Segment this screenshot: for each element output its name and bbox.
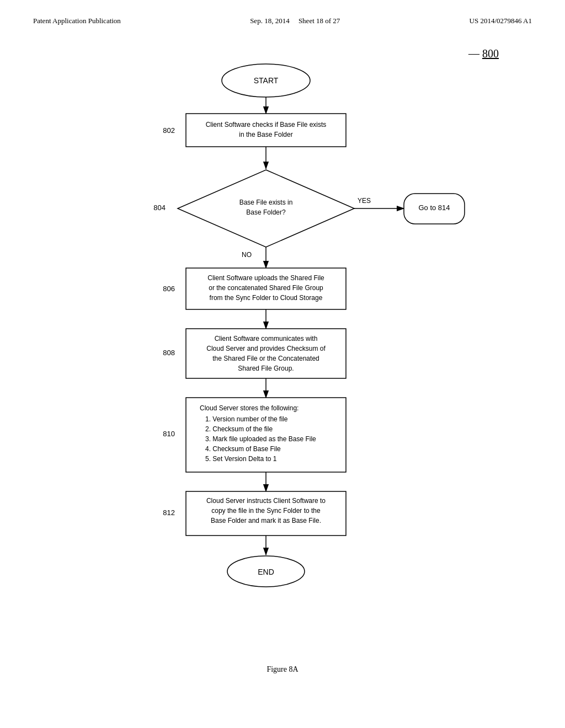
flowchart-svg: START Client Software checks if Base Fil… [84,47,481,643]
n806-line3: from the Sync Folder to Cloud Storage [210,294,323,302]
n808-line2: Cloud Server and provides Checksum of [206,345,326,352]
n802-line2: in the Base Folder [239,131,292,138]
n810-item5: 5. Set Version Delta to 1 [205,455,277,463]
label-812: 812 [163,508,175,517]
n810-title: Cloud Server stores the following: [200,404,299,412]
n802-line1: Client Software checks if Base File exis… [206,121,327,129]
label-802: 802 [163,126,175,135]
page-header: Patent Application Publication Sep. 18, … [33,17,532,25]
reference-number: — 800 [468,47,499,60]
header-left: Patent Application Publication [33,17,121,25]
diagram-area: — 800 START Client Software checks if Ba… [33,47,532,643]
n810-item2: 2. Checksum of the file [205,425,273,433]
page: Patent Application Publication Sep. 18, … [0,0,565,728]
n810-item1: 1. Version number of the file [205,415,288,423]
label-810: 810 [163,430,175,438]
header-right: US 2014/0279846 A1 [470,17,532,25]
n806-line1: Client Software uploads the Shared File [207,274,324,282]
start-label: START [254,76,279,85]
end-label: END [258,568,274,576]
n804-line1: Base File exists in [239,199,293,206]
no-label: NO [242,251,252,259]
n812-line3: Base Folder and mark it as Base File. [211,517,321,524]
header-center: Sep. 18, 2014 Sheet 18 of 27 [250,17,340,25]
n808-line1: Client Software communicates with [215,335,318,342]
yes-label: YES [358,197,371,205]
n810-item4: 4. Checksum of Base File [205,445,281,453]
label-804: 804 [153,204,166,212]
label-806: 806 [163,285,175,293]
goto814-text: Go to 814 [418,204,450,212]
svg-rect-2 [186,114,346,147]
n810-item3: 3. Mark file uploaded as the Base File [205,435,316,443]
n812-line1: Cloud Server instructs Client Software t… [206,497,326,505]
n808-line4: Shared File Group. [238,365,294,372]
n808-line3: the Shared File or the Concatenated [212,355,319,362]
n804-line2: Base Folder? [246,208,286,216]
figure-label: Figure 8A [33,665,532,674]
label-808: 808 [163,349,175,357]
n806-line2: or the concatenated Shared File Group [209,284,323,292]
n812-line2: copy the file in the Sync Folder to the [211,507,321,515]
flowchart: START Client Software checks if Base Fil… [33,47,532,643]
